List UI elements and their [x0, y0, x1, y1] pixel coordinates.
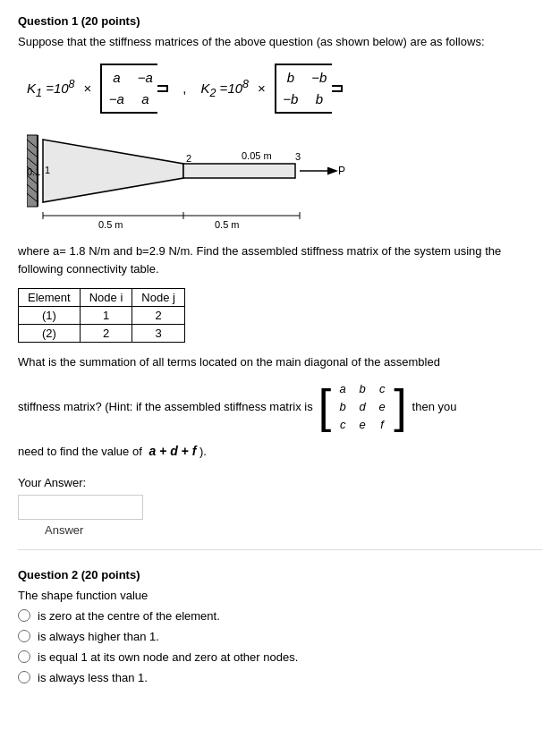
need-text-line: need to find the value of a + d + f ). [18, 440, 542, 463]
th-element: Element [19, 289, 81, 307]
q2-text: The shape function value [18, 589, 542, 602]
matrix2: b −b −b b [275, 64, 343, 114]
td-e1-ni: 1 [80, 307, 132, 325]
table-row: (2) 2 3 [19, 325, 185, 343]
formula-end: ). [199, 445, 207, 458]
q2-text-span: The shape function value [18, 589, 148, 602]
k1-label: K1 =108 [27, 78, 75, 99]
your-answer-label: Your Answer: [18, 476, 542, 489]
hint-block: stiffness matrix? (Hint: if the assemble… [18, 379, 542, 433]
radio-label-1: is zero at the centre of the element. [38, 609, 220, 623]
m3-22: f [380, 414, 384, 435]
big-right-bracket: ] [394, 383, 406, 429]
element2-shape [183, 164, 295, 178]
matrix1-row2: −a a [107, 89, 154, 110]
bracket-left-1: a −a −a a [100, 64, 157, 114]
label-05m-right: 0.5 m [215, 219, 240, 230]
connectivity-table: Element Node i Node j (1) 1 2 (2) 2 3 [18, 288, 185, 343]
td-e2-nj: 3 [132, 325, 185, 343]
matrix-inner: a b c b d e c e f [333, 379, 392, 433]
td-e2-ni: 2 [80, 325, 132, 343]
times2: × [258, 81, 266, 96]
q2-title: Question 2 (20 points) [18, 568, 140, 581]
q1-intro-text: Suppose that the stiffness matrices of t… [18, 33, 542, 51]
bracket-left-2: b −b −b b [275, 64, 332, 114]
node1-label: 1 [45, 165, 50, 175]
where-text: where a= 1.8 N/m and b=2.9 N/m. Find the… [18, 242, 542, 280]
radio-option-2[interactable]: is always higher than 1. [18, 630, 542, 643]
element1-shape [43, 140, 183, 202]
m3-21: e [360, 414, 366, 435]
diagram-svg: 0.1 m 1 2 3 0.05 m P 0.5 m [27, 126, 367, 233]
radio-circle-1[interactable] [18, 609, 30, 622]
question1-header: Question 1 (20 points) [18, 14, 542, 28]
matrix1: a −a −a a [100, 64, 168, 114]
m3-20: c [340, 414, 346, 435]
need-text: need to find the value of [18, 445, 142, 458]
q-body-text: What is the summation of all terms locat… [18, 355, 440, 369]
td-e2: (2) [19, 325, 81, 343]
matrix2-row1: b −b [282, 67, 328, 89]
answer-label-text: Answer [45, 523, 542, 537]
m2-r1c2: −b [310, 67, 328, 89]
question2-section: Question 2 (20 points) The shape functio… [18, 568, 542, 684]
k2-label: K2 =108 [200, 78, 249, 99]
q1-title: Question 1 (20 points) [18, 14, 140, 28]
label-005m: 0.05 m [242, 150, 272, 161]
table-row: (1) 1 2 [19, 307, 185, 325]
radio-circle-2[interactable] [18, 630, 30, 642]
answer-input[interactable] [18, 495, 143, 520]
m2-r2c2: b [310, 89, 328, 110]
m1-r1c2: −a [136, 67, 154, 89]
your-answer-text: Your Answer: [18, 476, 86, 489]
radio-option-4[interactable]: is always less than 1. [18, 671, 542, 684]
p-label: P [338, 165, 345, 177]
radio-circle-4[interactable] [18, 671, 30, 683]
matrix3x3: [ a b c b d e c e f ] [318, 379, 407, 433]
node3-label: 3 [295, 151, 301, 162]
node2-label: 2 [186, 153, 191, 164]
radio-label-2: is always higher than 1. [38, 630, 159, 643]
m1-r2c2: a [136, 89, 154, 110]
times1: × [84, 81, 92, 96]
comma: , [182, 81, 186, 96]
answer-label-span: Answer [45, 523, 83, 537]
big-left-bracket: [ [318, 383, 331, 429]
divider [18, 549, 542, 550]
m1-r1c1: a [107, 67, 125, 89]
answer-section: Your Answer: Answer [18, 476, 542, 537]
matrix2-row2: −b b [282, 89, 328, 110]
then-you-text: then you [412, 396, 457, 417]
radio-circle-3[interactable] [18, 650, 30, 663]
m2-r1c1: b [282, 67, 300, 89]
diagram: 0.1 m 1 2 3 0.05 m P 0.5 m [27, 126, 367, 233]
th-nodei: Node i [80, 289, 132, 307]
radio-label-3: is equal 1 at its own node and zero at o… [38, 650, 298, 664]
matrix1-row1: a −a [107, 67, 154, 89]
radio-option-1[interactable]: is zero at the centre of the element. [18, 609, 542, 623]
question2-header: Question 2 (20 points) [18, 568, 542, 581]
q1-intro-span: Suppose that the stiffness matrices of t… [18, 35, 485, 48]
label-05m-left: 0.5 m [98, 219, 123, 230]
where-span: where a= 1.8 N/m and b=2.9 N/m. Find the… [18, 244, 501, 276]
bracket-right-2 [332, 85, 343, 92]
m2-r2c1: −b [282, 89, 300, 110]
radio-option-3[interactable]: is equal 1 at its own node and zero at o… [18, 650, 542, 664]
td-e1-nj: 2 [132, 307, 185, 325]
m1-r2c1: −a [107, 89, 125, 110]
radio-label-4: is always less than 1. [38, 671, 148, 684]
question-body-block: What is the summation of all terms locat… [18, 352, 542, 463]
td-e1: (1) [19, 307, 81, 325]
stiffness-formula: K1 =108 × a −a −a a , K2 =108 × b −b −b [27, 64, 542, 114]
hint-text: stiffness matrix? (Hint: if the assemble… [18, 396, 313, 417]
th-nodej: Node j [132, 289, 185, 307]
formula-highlight: a + d + f [148, 444, 196, 458]
bracket-right-1 [157, 85, 168, 92]
